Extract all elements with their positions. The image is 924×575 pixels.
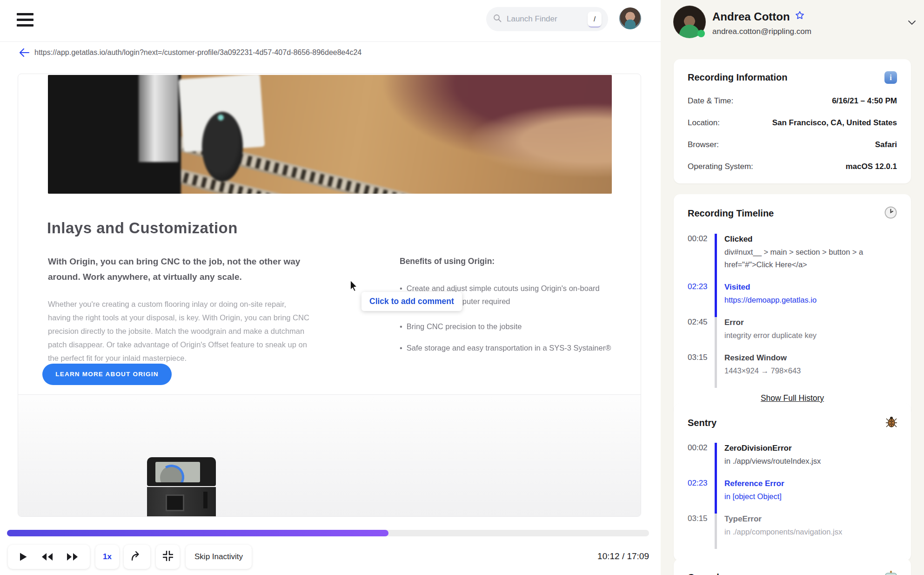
info-value: macOS 12.0.1 — [845, 162, 897, 171]
event-time[interactable]: 02:23 — [688, 478, 715, 514]
event-title: Visited — [724, 283, 750, 291]
info-row: Operating System: macOS 12.0.1 — [688, 162, 897, 171]
replay-viewport[interactable]: Inlays and Customization With Origin, yo… — [18, 74, 641, 517]
user-email: andrea.cotton@rippling.com — [712, 27, 811, 36]
user-name: Andrea Cotton — [712, 10, 790, 23]
chevron-down-icon[interactable] — [906, 17, 917, 30]
event-title: Clicked — [724, 235, 752, 244]
collapse-corners-icon — [162, 550, 174, 564]
playback-speed-button[interactable]: 1x — [95, 545, 119, 569]
event-title: ZeroDivisionError — [724, 444, 792, 453]
event-detail: integrity error duplicate key — [724, 329, 817, 342]
event-time[interactable]: 02:45 — [688, 317, 715, 352]
play-icon[interactable] — [19, 552, 27, 561]
event-title: Reference Error — [724, 479, 784, 488]
timeline-event[interactable]: 02:45 Error integrity error duplicate ke… — [688, 317, 897, 352]
recording-timeline-title: Recording Timeline — [688, 208, 774, 219]
skip-inactivity-button[interactable]: Skip Inactivity — [186, 545, 252, 569]
favorite-star-icon[interactable] — [795, 10, 805, 23]
event-detail: in [object Object] — [724, 490, 784, 503]
learn-more-button: LEARN MORE ABOUT ORIGIN — [42, 364, 172, 385]
playback-progress-fill — [7, 530, 388, 536]
timeline-event[interactable]: 00:02 Clicked div#nuxt__ > main > sectio… — [688, 234, 897, 282]
event-time[interactable]: 03:15 — [688, 514, 715, 549]
recorded-cursor-icon — [349, 280, 361, 294]
main-area: Launch Finder / https://app.getatlas.io/… — [0, 0, 661, 575]
info-label: Location: — [688, 118, 720, 128]
event-time[interactable]: 03:15 — [688, 352, 715, 388]
console-card: Console — [674, 559, 911, 575]
info-value: San Francisco, CA, United States — [772, 118, 897, 128]
page-footer-section: WORKST∆TION — [18, 395, 641, 517]
info-label: Browser: — [688, 140, 719, 149]
share-arrow-icon — [131, 550, 144, 563]
share-button[interactable] — [124, 545, 150, 569]
page-title: Inlays and Customization — [47, 219, 238, 237]
event-time[interactable]: 02:23 — [688, 282, 715, 317]
event-detail: 1443×924 → 798×643 — [724, 365, 801, 377]
timeline-event[interactable]: 02:23 Visited https://demoapp.getatlas.i… — [688, 282, 897, 317]
player-controls: 1x Skip Inactivity 10:12 / 17:09 — [0, 545, 661, 569]
add-comment-tooltip[interactable]: Click to add comment — [362, 292, 462, 311]
event-title: TypeError — [724, 514, 762, 523]
benefits-title: Benefits of using Origin: — [400, 257, 495, 266]
recorded-page-url: https://app.getatlas.io/auth/login?next=… — [34, 48, 362, 57]
info-row: Browser: Safari — [688, 140, 897, 149]
event-detail: in ./app/components/navigation.jsx — [724, 526, 842, 538]
search-placeholder: Launch Finder — [507, 14, 588, 24]
timeline-event[interactable]: 03:15 Resized Window 1443×924 → 798×643 — [688, 352, 897, 388]
sentry-card: Sentry 00:02 ZeroDivisionError in ./app/… — [674, 404, 911, 561]
transport-controls — [8, 545, 90, 569]
sentry-event[interactable]: 02:23 Reference Error in [object Object] — [688, 478, 897, 514]
sentry-event[interactable]: 03:15 TypeError in ./app/components/navi… — [688, 514, 897, 549]
robot-icon — [885, 571, 897, 575]
info-label: Operating System: — [688, 162, 753, 171]
benefit-item: Safe storage and easy transportation in … — [400, 341, 622, 354]
console-title: Console — [688, 572, 724, 575]
keyboard-shortcut-badge: / — [588, 12, 602, 27]
bug-icon — [886, 416, 897, 430]
event-link[interactable]: https://demoapp.getatlas.io — [724, 294, 817, 306]
recording-information-title: Recording Information — [688, 72, 787, 83]
info-value: 6/16/21 – 4:50 PM — [832, 96, 897, 106]
resize-viewport-button[interactable] — [156, 545, 180, 569]
clock-icon — [884, 206, 897, 221]
show-full-history-link[interactable]: Show Full History — [688, 393, 897, 403]
details-sidebar: Andrea Cotton andrea.cotton@rippling.com… — [661, 0, 924, 575]
hero-photo — [48, 75, 612, 194]
url-bar: https://app.getatlas.io/auth/login?next=… — [0, 41, 661, 66]
cnc-router-machine — [48, 75, 307, 194]
event-title: Error — [724, 318, 744, 327]
lead-paragraph: With Origin, you can bring CNC to the jo… — [48, 254, 322, 284]
rewind-icon[interactable] — [41, 553, 53, 561]
playback-progress-bar[interactable] — [7, 530, 649, 536]
info-row: Date & Time: 6/16/21 – 4:50 PM — [688, 96, 897, 106]
session-replay-app: Launch Finder / https://app.getatlas.io/… — [0, 0, 924, 575]
sentry-title: Sentry — [688, 418, 716, 428]
event-time[interactable]: 00:02 — [688, 443, 715, 478]
sentry-event-list: 00:02 ZeroDivisionError in ./app/views/r… — [688, 443, 897, 549]
hamburger-menu-icon[interactable] — [17, 13, 33, 28]
search-icon — [493, 14, 502, 25]
fast-forward-icon[interactable] — [67, 553, 79, 561]
event-detail: div#nuxt__ > main > section > button > a… — [724, 246, 887, 271]
event-detail: in ./app/views/routeIndex.jsx — [724, 455, 821, 467]
benefit-item: Bring CNC precision to the jobsite — [400, 320, 622, 333]
event-title: Resized Window — [724, 353, 787, 362]
origin-device-image — [147, 457, 216, 517]
info-label: Date & Time: — [688, 96, 733, 106]
search-input[interactable]: Launch Finder / — [486, 7, 608, 31]
online-status-dot — [697, 30, 705, 37]
current-user-avatar[interactable] — [619, 7, 641, 29]
info-row: Location: San Francisco, CA, United Stat… — [688, 118, 897, 128]
playback-time: 10:12 / 17:09 — [537, 551, 649, 561]
back-arrow-icon[interactable] — [19, 47, 30, 60]
event-time[interactable]: 00:02 — [688, 234, 715, 282]
info-icon: i — [884, 71, 897, 84]
recording-information-card: Recording Information i Date & Time: 6/1… — [674, 59, 911, 183]
info-value: Safari — [875, 140, 897, 149]
sentry-event[interactable]: 00:02 ZeroDivisionError in ./app/views/r… — [688, 443, 897, 478]
recorded-page-content: Inlays and Customization With Origin, yo… — [18, 74, 641, 516]
body-paragraph: Whether you're creating a custom floorin… — [48, 298, 309, 365]
recording-timeline-card: Recording Timeline 00:02 Clicked div#nux… — [674, 194, 911, 415]
